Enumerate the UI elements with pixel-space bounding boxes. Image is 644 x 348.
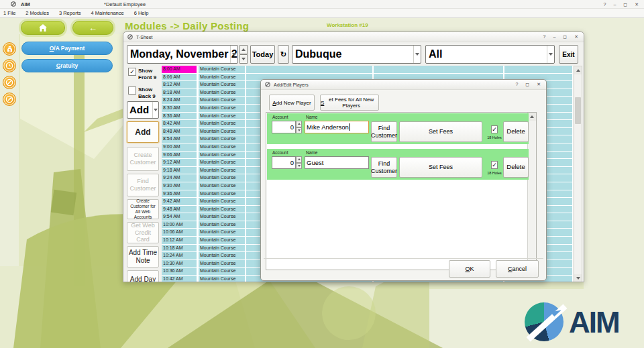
grid-scroll-down-icon[interactable] bbox=[574, 274, 582, 282]
oa-payment-button[interactable]: O/A Payment bbox=[21, 42, 113, 55]
main-restore-icon[interactable]: ◻ bbox=[623, 2, 627, 7]
course-cell[interactable]: Mountain Course bbox=[199, 97, 245, 104]
menu-item-maintenance[interactable]: 4 Maintenance bbox=[91, 10, 123, 16]
show-back9-row[interactable]: Show Back 9 bbox=[128, 86, 160, 100]
tee-time-cell[interactable]: 8:48 AM bbox=[162, 128, 197, 135]
ok-button[interactable]: OK bbox=[449, 260, 490, 278]
tee-time-cell[interactable]: 9:24 AM bbox=[162, 174, 197, 182]
refresh-button[interactable]: ↻ bbox=[278, 45, 289, 64]
add-combo-dropdown-icon[interactable] bbox=[152, 102, 158, 118]
course-cell[interactable]: Mountain Course bbox=[199, 135, 245, 143]
course-cell[interactable]: Mountain Course bbox=[199, 105, 245, 112]
filter-combobox[interactable]: All bbox=[425, 45, 555, 64]
clock-button[interactable] bbox=[3, 59, 16, 72]
menu-item-reports[interactable]: 3 Reports bbox=[59, 10, 81, 16]
tee-time-cell[interactable]: 8:18 AM bbox=[162, 89, 197, 97]
grid-scrollbar[interactable] bbox=[574, 66, 582, 282]
date-spinner-up[interactable] bbox=[239, 45, 248, 54]
cancel-button[interactable]: Cancel bbox=[496, 260, 539, 278]
panel-button-add-day[interactable]: Add Day bbox=[127, 270, 159, 282]
tee-time-cell[interactable]: 10:06 AM bbox=[162, 229, 197, 236]
date-dropdown-icon[interactable] bbox=[230, 46, 237, 63]
main-help-icon[interactable]: ? bbox=[604, 2, 606, 7]
course-cell[interactable]: Mountain Course bbox=[199, 237, 245, 244]
account-input[interactable]: 0 bbox=[272, 121, 296, 133]
account-spinner-down[interactable] bbox=[296, 127, 302, 134]
course-cell[interactable]: Mountain Course bbox=[199, 89, 245, 97]
tee-time-cell[interactable]: 9:00 AM bbox=[162, 143, 197, 151]
holes-checkbox[interactable]: ✓ bbox=[491, 161, 498, 169]
player-slot-cell[interactable] bbox=[246, 66, 372, 73]
course-cell[interactable]: Mountain Course bbox=[199, 152, 245, 159]
tee-time-cell[interactable]: 9:48 AM bbox=[162, 206, 197, 213]
tee-time-cell[interactable]: 10:42 AM bbox=[162, 276, 197, 282]
tee-time-cell[interactable]: 10:00 AM bbox=[162, 221, 197, 229]
course-cell[interactable]: Mountain Course bbox=[199, 74, 245, 81]
today-button[interactable]: Today bbox=[250, 45, 275, 64]
main-close-icon[interactable]: ✕ bbox=[635, 2, 639, 7]
show-front9-checkbox[interactable]: ✓ bbox=[128, 68, 136, 76]
delete-button[interactable]: Delete bbox=[503, 121, 529, 142]
tee-time-cell[interactable]: 8:30 AM bbox=[162, 105, 197, 112]
tee-time-cell[interactable]: 9:06 AM bbox=[162, 152, 197, 159]
player-scroll-up-icon[interactable] bbox=[528, 113, 536, 121]
date-spinner-down[interactable] bbox=[239, 54, 248, 64]
player-slot-cell[interactable] bbox=[504, 66, 572, 73]
course-cell[interactable]: Mountain Course bbox=[199, 143, 245, 151]
home-button[interactable] bbox=[21, 21, 65, 35]
course-cell[interactable]: Mountain Course bbox=[199, 252, 245, 259]
course-cell[interactable]: Mountain Course bbox=[199, 260, 245, 268]
money-bag-button[interactable]: $ bbox=[3, 42, 16, 56]
tee-time-cell[interactable]: 8:06 AM bbox=[162, 74, 197, 81]
course-cell[interactable]: Mountain Course bbox=[199, 229, 245, 236]
grid-scroll-up-icon[interactable] bbox=[574, 66, 582, 74]
course-cell[interactable]: Mountain Course bbox=[199, 66, 245, 73]
course-cell[interactable]: Mountain Course bbox=[199, 128, 245, 135]
set-fees-button[interactable]: Set Fees bbox=[399, 121, 482, 142]
set-fees-button[interactable]: Set Fees bbox=[399, 157, 482, 178]
menu-item-file[interactable]: 1 File bbox=[3, 10, 15, 16]
back-button[interactable]: ← bbox=[72, 21, 113, 35]
panel-button-add-time-note[interactable]: Add Time Note bbox=[127, 246, 159, 268]
delete-button[interactable]: Delete bbox=[503, 157, 529, 178]
course-cell[interactable]: Mountain Course bbox=[199, 113, 245, 120]
exit-arrow-button[interactable] bbox=[3, 93, 16, 106]
gratuity-button[interactable]: Gratuity bbox=[21, 59, 113, 72]
tee-time-cell[interactable]: 8:00 AM bbox=[162, 66, 197, 73]
account-spinner-up[interactable] bbox=[296, 156, 302, 163]
tee-time-cell[interactable]: 10:12 AM bbox=[162, 237, 197, 244]
course-cell[interactable]: Mountain Course bbox=[199, 221, 245, 229]
course-cell[interactable]: Mountain Course bbox=[199, 198, 245, 205]
tee-time-cell[interactable]: 10:30 AM bbox=[162, 260, 197, 268]
course-cell[interactable]: Mountain Course bbox=[199, 120, 245, 127]
tee-time-cell[interactable]: 10:24 AM bbox=[162, 252, 197, 259]
course-cell[interactable]: Mountain Course bbox=[199, 159, 245, 166]
dialog-title-bar[interactable]: Add/Edit Players ?◻✕ bbox=[261, 80, 546, 90]
location-combobox[interactable]: Dubuque bbox=[292, 45, 421, 64]
course-cell[interactable]: Mountain Course bbox=[199, 81, 245, 89]
account-spinner-down[interactable] bbox=[296, 163, 302, 170]
tee-time-cell[interactable]: 8:24 AM bbox=[162, 97, 197, 104]
tee-time-cell[interactable]: 9:12 AM bbox=[162, 159, 197, 166]
find-customer-button[interactable]: Find Customer bbox=[371, 121, 397, 142]
tsheet-restore-icon[interactable]: ◻ bbox=[563, 34, 567, 40]
tee-time-cell[interactable]: 8:12 AM bbox=[162, 81, 197, 89]
tsheet-minimize-icon[interactable]: – bbox=[553, 34, 555, 39]
menu-item-modules[interactable]: 2 Modules bbox=[25, 10, 49, 16]
panel-button-add[interactable]: Add bbox=[127, 121, 159, 143]
course-cell[interactable]: Mountain Course bbox=[199, 182, 245, 190]
tee-time-row[interactable]: 8:00 AMMountain Course bbox=[162, 66, 573, 73]
tee-time-cell[interactable]: 10:36 AM bbox=[162, 268, 197, 275]
player-name-input[interactable]: Guest bbox=[305, 156, 369, 169]
add-new-player-button[interactable]: Add New Player bbox=[269, 95, 315, 111]
dialog-restore-icon[interactable]: ◻ bbox=[525, 82, 529, 87]
find-customer-button[interactable]: Find Customer bbox=[371, 157, 397, 178]
tee-time-cell[interactable]: 10:18 AM bbox=[162, 245, 197, 252]
exit-button[interactable]: Exit bbox=[559, 45, 578, 64]
menu-item-help[interactable]: 6 Help bbox=[134, 10, 149, 16]
grid-scroll-thumb[interactable] bbox=[575, 97, 581, 124]
account-spinner-up[interactable] bbox=[296, 121, 302, 127]
course-cell[interactable]: Mountain Course bbox=[199, 167, 245, 174]
dialog-close-icon[interactable]: ✕ bbox=[537, 82, 541, 87]
holes-checkbox[interactable]: ✓ bbox=[491, 125, 498, 133]
